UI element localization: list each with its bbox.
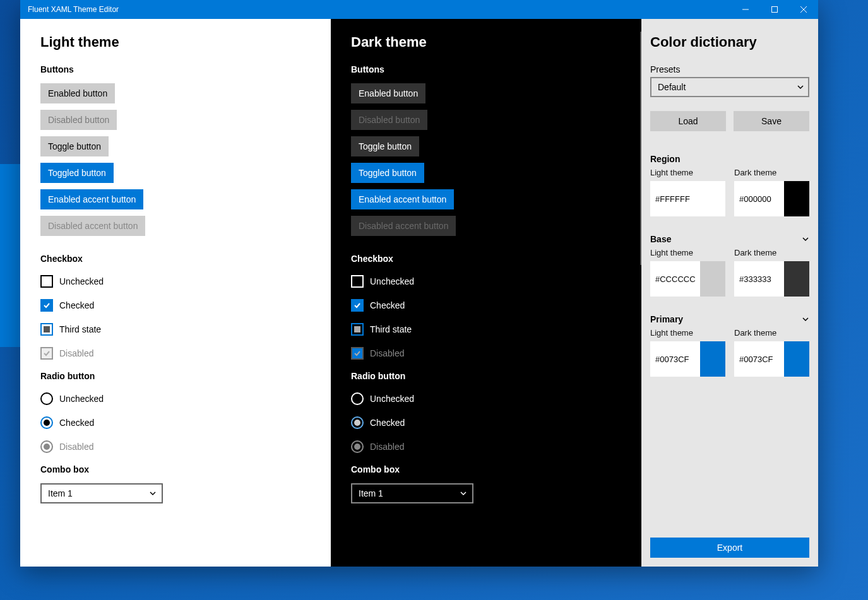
- enabled-accent-button[interactable]: Enabled accent button: [351, 189, 454, 209]
- load-button[interactable]: Load: [650, 111, 726, 131]
- checkbox-box-icon: [40, 347, 53, 360]
- combo-box[interactable]: Item 1: [40, 483, 163, 503]
- checkbox-box-icon: [351, 323, 364, 336]
- section-combo: Combo box: [351, 464, 621, 474]
- save-button[interactable]: Save: [734, 111, 809, 131]
- base-dark-swatch[interactable]: #333333: [734, 261, 809, 297]
- disabled-accent-button: Disabled accent button: [351, 216, 456, 236]
- combo-value: Item 1: [48, 488, 73, 498]
- color-chip: [700, 261, 725, 297]
- primary-light-swatch[interactable]: #0073CF: [650, 341, 725, 377]
- disabled-button: Disabled button: [351, 110, 427, 130]
- radio-ring-icon: [351, 392, 364, 405]
- radio-ring-icon: [40, 440, 53, 453]
- checkbox-third-state[interactable]: Third state: [351, 323, 621, 336]
- section-checkbox: Checkbox: [351, 254, 621, 264]
- chevron-down-icon: [802, 235, 809, 243]
- checkbox-box-icon: [40, 275, 53, 288]
- window-title: Fluent XAML Theme Editor: [20, 5, 731, 14]
- titlebar: Fluent XAML Theme Editor: [20, 0, 818, 19]
- base-light-swatch[interactable]: #CCCCCC: [650, 261, 725, 297]
- toggled-button[interactable]: Toggled button: [40, 163, 114, 183]
- radio-ring-icon: [40, 392, 53, 405]
- disabled-button: Disabled button: [40, 110, 117, 130]
- dark-title: Dark theme: [351, 34, 621, 50]
- preset-value: Default: [658, 82, 686, 92]
- primary-dark-swatch[interactable]: #0073CF: [734, 341, 809, 377]
- primary-header[interactable]: Primary: [650, 314, 809, 324]
- checkbox-box-icon: [40, 299, 53, 312]
- color-chip: [700, 341, 725, 377]
- radio-checked[interactable]: Checked: [40, 416, 311, 429]
- radio-ring-icon: [351, 416, 364, 429]
- region-header: Region: [650, 154, 809, 164]
- combo-box[interactable]: Item 1: [351, 483, 473, 503]
- checkbox-disabled: Disabled: [40, 347, 311, 360]
- section-buttons: Buttons: [351, 64, 621, 74]
- checkbox-box-icon: [351, 275, 364, 288]
- checkbox-checked[interactable]: Checked: [40, 299, 311, 312]
- color-dictionary-sidebar: Color dictionary Presets Default Load Sa…: [641, 19, 818, 567]
- enabled-button[interactable]: Enabled button: [40, 83, 115, 103]
- radio-unchecked[interactable]: Unchecked: [351, 392, 621, 405]
- chevron-down-icon: [802, 315, 809, 323]
- color-chip: [784, 341, 809, 377]
- minimize-button[interactable]: [731, 0, 760, 19]
- radio-unchecked[interactable]: Unchecked: [40, 392, 311, 405]
- light-theme-panel: Light theme Buttons Enabled button Disab…: [20, 19, 331, 567]
- radio-checked[interactable]: Checked: [351, 416, 621, 429]
- enabled-button[interactable]: Enabled button: [351, 83, 425, 103]
- light-title: Light theme: [40, 34, 311, 50]
- checkbox-unchecked[interactable]: Unchecked: [351, 275, 621, 288]
- color-chip: [700, 181, 725, 216]
- enabled-accent-button[interactable]: Enabled accent button: [40, 189, 143, 209]
- dark-theme-panel: Dark theme Buttons Enabled button Disabl…: [331, 19, 641, 567]
- color-chip: [784, 261, 809, 297]
- radio-disabled: Disabled: [40, 440, 311, 453]
- color-chip: [784, 181, 809, 216]
- checkbox-disabled: Disabled: [351, 347, 621, 360]
- combo-value: Item 1: [359, 488, 383, 498]
- chevron-down-icon: [797, 83, 804, 91]
- chevron-down-icon: [460, 490, 467, 497]
- chevron-down-icon: [149, 490, 157, 497]
- app-body: Light theme Buttons Enabled button Disab…: [20, 19, 818, 567]
- sidebar-title: Color dictionary: [650, 34, 809, 50]
- section-radio: Radio button: [40, 371, 311, 381]
- toggled-button[interactable]: Toggled button: [351, 163, 424, 183]
- disabled-accent-button: Disabled accent button: [40, 216, 145, 236]
- export-button[interactable]: Export: [650, 538, 809, 558]
- radio-disabled: Disabled: [351, 440, 621, 453]
- region-light-swatch[interactable]: #FFFFFF: [650, 181, 725, 216]
- close-button[interactable]: [789, 0, 818, 19]
- base-header[interactable]: Base: [650, 234, 809, 244]
- svg-rect-1: [772, 7, 778, 13]
- section-radio: Radio button: [351, 371, 621, 381]
- toggle-button[interactable]: Toggle button: [40, 136, 109, 156]
- presets-dropdown[interactable]: Default: [650, 77, 809, 97]
- checkbox-box-icon: [40, 323, 53, 336]
- section-buttons: Buttons: [40, 64, 311, 74]
- section-combo: Combo box: [40, 464, 311, 474]
- toggle-button[interactable]: Toggle button: [351, 136, 419, 156]
- region-dark-swatch[interactable]: #000000: [734, 181, 809, 216]
- section-checkbox: Checkbox: [40, 254, 311, 264]
- radio-ring-icon: [351, 440, 364, 453]
- app-window: Fluent XAML Theme Editor Light theme But…: [20, 0, 818, 567]
- checkbox-third-state[interactable]: Third state: [40, 323, 311, 336]
- checkbox-box-icon: [351, 299, 364, 312]
- presets-label: Presets: [650, 64, 809, 74]
- maximize-button[interactable]: [760, 0, 789, 19]
- checkbox-unchecked[interactable]: Unchecked: [40, 275, 311, 288]
- radio-ring-icon: [40, 416, 53, 429]
- checkbox-checked[interactable]: Checked: [351, 299, 621, 312]
- checkbox-box-icon: [351, 347, 364, 360]
